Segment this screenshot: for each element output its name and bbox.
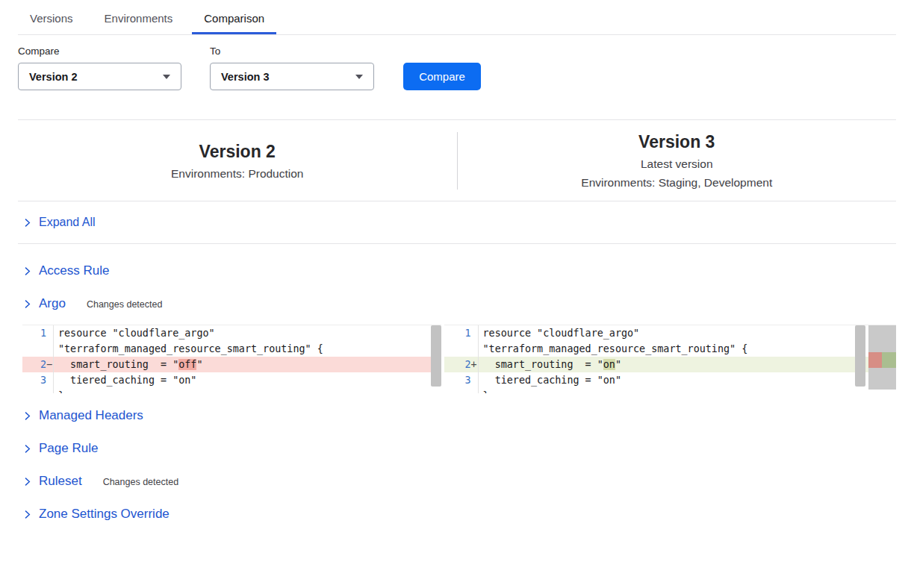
line-number: 1 bbox=[464, 325, 470, 341]
diff-pane-left: 1 resource "cloudflare_argo" "terraform_… bbox=[22, 325, 441, 393]
version-left-title: Version 2 bbox=[18, 142, 457, 162]
changed-word: on bbox=[603, 359, 615, 370]
code-text: tiered_caching = "on" bbox=[479, 372, 896, 388]
version-right-subtitle: Latest version bbox=[458, 157, 897, 171]
diff-line: } bbox=[444, 388, 896, 393]
minimap-added-marker bbox=[882, 352, 896, 368]
line-number: 2 bbox=[464, 357, 470, 372]
chevron-right-icon bbox=[22, 299, 32, 309]
code-segment: smart_routing = " bbox=[58, 359, 178, 370]
changes-detected-badge: Changes detected bbox=[103, 477, 178, 487]
code-segment: } bbox=[58, 390, 64, 393]
code-segment: tiered_caching = "on" bbox=[58, 375, 196, 386]
tab-versions[interactable]: Versions bbox=[18, 0, 85, 34]
code-text: "terraform_managed_resource_smart_routin… bbox=[54, 341, 441, 357]
tab-bar: Versions Environments Comparison bbox=[18, 0, 896, 35]
to-version-select[interactable]: Version 3 bbox=[210, 63, 374, 90]
expand-all-toggle[interactable]: Expand All bbox=[18, 201, 896, 243]
diff-line: } bbox=[22, 388, 441, 393]
diff-sign bbox=[471, 341, 478, 357]
chevron-right-icon bbox=[22, 510, 32, 519]
line-number: 1 bbox=[40, 325, 46, 341]
minimap-removed-marker bbox=[868, 352, 882, 368]
version-right-environments: Environments: Staging, Development bbox=[458, 176, 897, 190]
line-gutter: 2+ bbox=[444, 357, 479, 372]
scrollbar[interactable] bbox=[431, 325, 441, 387]
line-number: 2 bbox=[40, 357, 46, 372]
tab-environments[interactable]: Environments bbox=[93, 0, 185, 34]
line-gutter bbox=[444, 341, 479, 357]
compare-field: Compare Version 2 bbox=[18, 46, 210, 90]
code-segment: resource "cloudflare_argo" bbox=[58, 328, 215, 339]
line-gutter: 3 bbox=[444, 372, 479, 388]
code-text: "terraform_managed_resource_smart_routin… bbox=[479, 341, 896, 357]
compare-button[interactable]: Compare bbox=[403, 63, 481, 90]
chevron-down-icon bbox=[163, 75, 170, 79]
section-page-rule[interactable]: Page Rule bbox=[0, 432, 914, 465]
diff-line: "terraform_managed_resource_smart_routin… bbox=[444, 341, 896, 357]
diff-sign bbox=[46, 325, 53, 341]
diff-line: 1 resource "cloudflare_argo" bbox=[22, 325, 441, 341]
changes-detected-badge: Changes detected bbox=[87, 299, 162, 310]
code-text: resource "cloudflare_argo" bbox=[54, 325, 441, 341]
line-gutter: 1 bbox=[444, 325, 479, 341]
chevron-right-icon bbox=[22, 218, 32, 228]
code-text: smart_routing = "off" bbox=[54, 357, 441, 372]
to-label: To bbox=[210, 46, 403, 57]
line-gutter: 3 bbox=[22, 372, 54, 388]
diff-pane-right: 1 resource "cloudflare_argo" "terraform_… bbox=[444, 325, 896, 393]
code-text: } bbox=[479, 388, 896, 393]
version-right-title: Version 3 bbox=[458, 132, 897, 152]
diff-sign bbox=[46, 388, 53, 393]
chevron-right-icon bbox=[22, 266, 32, 276]
line-gutter bbox=[444, 388, 479, 393]
line-gutter: 2− bbox=[22, 357, 54, 372]
diff-sign: + bbox=[471, 357, 478, 372]
resource-sections: Access Rule Argo Changes detected 1 reso… bbox=[0, 244, 914, 531]
diff-sign bbox=[471, 325, 478, 341]
code-segment: " bbox=[196, 359, 202, 370]
line-number: 3 bbox=[40, 372, 46, 388]
version-left-environments: Environments: Production bbox=[18, 167, 457, 181]
line-number: 3 bbox=[464, 372, 470, 388]
section-argo[interactable]: Argo Changes detected bbox=[0, 287, 914, 320]
code-segment: } bbox=[483, 390, 489, 393]
argo-diff: 1 resource "cloudflare_argo" "terraform_… bbox=[22, 325, 896, 393]
compare-form: Compare Version 2 To Version 3 Compare bbox=[18, 46, 896, 90]
section-access-rule[interactable]: Access Rule bbox=[0, 254, 914, 287]
changed-word: off bbox=[178, 359, 196, 370]
code-text: tiered_caching = "on" bbox=[54, 372, 441, 388]
code-segment: " bbox=[615, 359, 621, 370]
section-zone-settings-override[interactable]: Zone Settings Override bbox=[0, 498, 914, 531]
scrollbar[interactable] bbox=[855, 325, 865, 387]
diff-overview-minimap[interactable] bbox=[868, 325, 896, 390]
diff-sign bbox=[471, 388, 478, 393]
tab-comparison[interactable]: Comparison bbox=[192, 0, 276, 34]
code-segment: smart_routing = " bbox=[483, 359, 603, 370]
compare-version-value: Version 2 bbox=[29, 71, 77, 83]
code-text: } bbox=[54, 388, 441, 393]
diff-line-added: 2+ smart_routing = "on" bbox=[444, 357, 896, 372]
section-label: Managed Headers bbox=[39, 408, 143, 423]
version-left-header: Version 2 Environments: Production bbox=[18, 142, 457, 181]
section-label: Ruleset bbox=[39, 474, 82, 489]
code-segment: "terraform_managed_resource_smart_routin… bbox=[483, 343, 748, 354]
diff-sign bbox=[46, 372, 53, 388]
diff-sign bbox=[471, 372, 478, 388]
code-text: resource "cloudflare_argo" bbox=[479, 325, 896, 341]
code-segment: resource "cloudflare_argo" bbox=[483, 328, 640, 339]
code-segment: "terraform_managed_resource_smart_routin… bbox=[58, 343, 323, 354]
section-ruleset[interactable]: Ruleset Changes detected bbox=[0, 465, 914, 498]
diff-line: 3 tiered_caching = "on" bbox=[444, 372, 896, 388]
compare-version-select[interactable]: Version 2 bbox=[18, 63, 181, 90]
to-version-value: Version 3 bbox=[221, 71, 269, 83]
chevron-right-icon bbox=[22, 477, 32, 487]
chevron-right-icon bbox=[22, 444, 32, 454]
section-managed-headers[interactable]: Managed Headers bbox=[0, 399, 914, 432]
expand-all-label: Expand All bbox=[39, 216, 96, 229]
section-label: Page Rule bbox=[39, 441, 98, 456]
section-label: Access Rule bbox=[39, 263, 109, 278]
diff-line: 3 tiered_caching = "on" bbox=[22, 372, 441, 388]
line-gutter: 1 bbox=[22, 325, 54, 341]
compare-label: Compare bbox=[18, 46, 210, 57]
